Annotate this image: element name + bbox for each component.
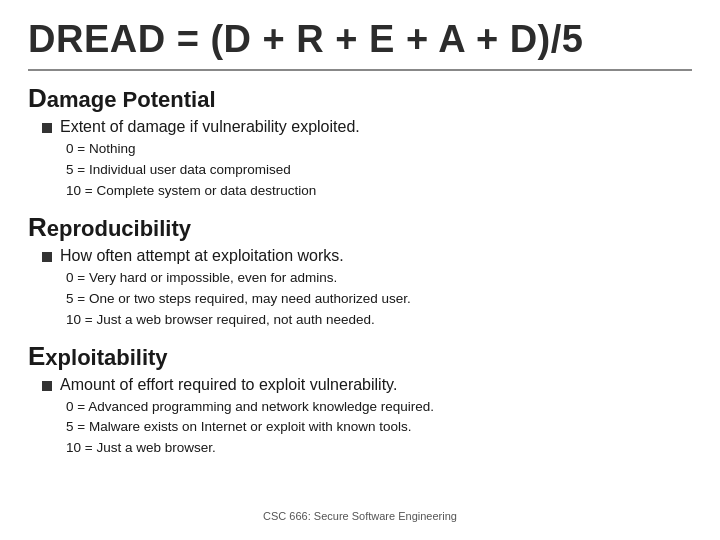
bullet-square-icon-exploitability	[42, 381, 52, 391]
section-heading-reproducibility: Reproducibility	[28, 212, 692, 243]
section-exploitability: ExploitabilityAmount of effort required …	[28, 341, 692, 460]
sub-items-exploitability: 0 = Advanced programming and network kno…	[66, 397, 692, 460]
heading-rest-exploitability: xploitability	[45, 345, 167, 370]
heading-letter-exploitability: E	[28, 341, 45, 371]
sub-items-damage: 0 = Nothing5 = Individual user data comp…	[66, 139, 692, 202]
heading-letter-damage: D	[28, 83, 47, 113]
bullet-item-exploitability: Amount of effort required to exploit vul…	[42, 376, 692, 394]
bullet-item-damage: Extent of damage if vulnerability exploi…	[42, 118, 692, 136]
bullet-text-reproducibility: How often attempt at exploitation works.	[60, 247, 344, 265]
bullet-item-reproducibility: How often attempt at exploitation works.	[42, 247, 692, 265]
heading-letter-reproducibility: R	[28, 212, 47, 242]
slide: DREAD = (D + R + E + A + D)/5 Damage Pot…	[0, 0, 720, 540]
bullet-text-exploitability: Amount of effort required to exploit vul…	[60, 376, 397, 394]
sub-item-reproducibility-1: 5 = One or two steps required, may need …	[66, 289, 692, 310]
bullet-square-icon-damage	[42, 123, 52, 133]
sub-item-reproducibility-0: 0 = Very hard or impossible, even for ad…	[66, 268, 692, 289]
sub-item-exploitability-0: 0 = Advanced programming and network kno…	[66, 397, 692, 418]
bullet-square-icon-reproducibility	[42, 252, 52, 262]
sub-item-exploitability-2: 10 = Just a web browser.	[66, 438, 692, 459]
section-heading-damage: Damage Potential	[28, 83, 692, 114]
sub-item-damage-0: 0 = Nothing	[66, 139, 692, 160]
sub-item-exploitability-1: 5 = Malware exists on Internet or exploi…	[66, 417, 692, 438]
sub-items-reproducibility: 0 = Very hard or impossible, even for ad…	[66, 268, 692, 331]
section-reproducibility: ReproducibilityHow often attempt at expl…	[28, 212, 692, 331]
section-heading-exploitability: Exploitability	[28, 341, 692, 372]
heading-rest-reproducibility: eproducibility	[47, 216, 191, 241]
bullet-text-damage: Extent of damage if vulnerability exploi…	[60, 118, 360, 136]
footer-text: CSC 666: Secure Software Engineering	[28, 504, 692, 522]
heading-rest-damage: amage Potential	[47, 87, 216, 112]
sub-item-reproducibility-2: 10 = Just a web browser required, not au…	[66, 310, 692, 331]
section-damage: Damage PotentialExtent of damage if vuln…	[28, 83, 692, 202]
slide-title: DREAD = (D + R + E + A + D)/5	[28, 18, 692, 71]
sub-item-damage-1: 5 = Individual user data compromised	[66, 160, 692, 181]
sub-item-damage-2: 10 = Complete system or data destruction	[66, 181, 692, 202]
